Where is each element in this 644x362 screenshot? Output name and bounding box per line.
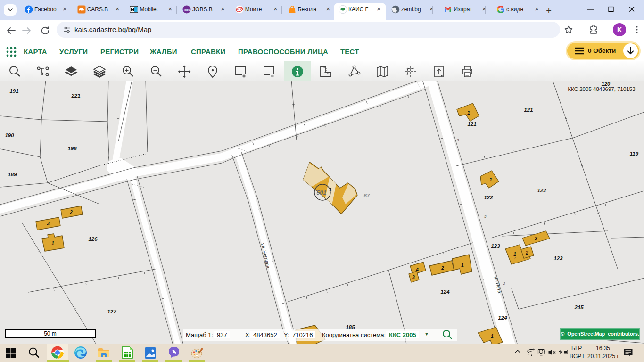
svg-text:121: 121 xyxy=(467,121,476,127)
svg-text:2: 2 xyxy=(69,210,73,215)
svg-text:189: 189 xyxy=(8,172,17,177)
svg-text:2: 2 xyxy=(503,281,505,286)
svg-text:190: 190 xyxy=(5,132,14,138)
svg-text:196: 196 xyxy=(67,146,77,151)
svg-text:3: 3 xyxy=(47,221,50,226)
svg-text:1: 1 xyxy=(461,263,464,268)
svg-text:67: 67 xyxy=(364,193,370,198)
svg-text:123: 123 xyxy=(553,255,563,261)
svg-text:1: 1 xyxy=(329,187,332,192)
svg-text:4: 4 xyxy=(415,267,419,272)
svg-text:126: 126 xyxy=(88,236,98,242)
svg-text:122: 122 xyxy=(537,188,546,193)
svg-text:124: 124 xyxy=(498,315,507,321)
svg-text:ККС 2005 4843697, 710153: ККС 2005 4843697, 710153 xyxy=(568,86,635,92)
svg-text:3.: 3. xyxy=(457,138,460,142)
svg-text:501: 501 xyxy=(316,189,327,196)
svg-text:ALO: ALO xyxy=(236,8,242,11)
svg-text:121: 121 xyxy=(524,107,533,113)
svg-text:3: 3 xyxy=(412,275,415,280)
svg-text:2: 2 xyxy=(525,250,528,255)
svg-text:7: 7 xyxy=(514,256,516,260)
svg-text:2: 2 xyxy=(441,265,444,271)
svg-text:221: 221 xyxy=(71,93,80,99)
svg-text:1: 1 xyxy=(489,177,492,182)
svg-text:119: 119 xyxy=(630,151,639,156)
svg-text:jobs: jobs xyxy=(183,8,190,11)
svg-text:124: 124 xyxy=(440,289,450,295)
svg-text:3: 3 xyxy=(535,236,537,241)
svg-text:122: 122 xyxy=(484,195,493,200)
svg-text:245: 245 xyxy=(574,304,584,310)
svg-text:1: 1 xyxy=(51,241,54,246)
svg-text:1: 1 xyxy=(467,110,470,115)
svg-text:127: 127 xyxy=(107,309,116,314)
svg-text:1: 1 xyxy=(491,334,494,339)
svg-text:191: 191 xyxy=(9,88,18,94)
svg-text:123: 123 xyxy=(491,243,500,249)
svg-text:5: 5 xyxy=(484,214,487,219)
